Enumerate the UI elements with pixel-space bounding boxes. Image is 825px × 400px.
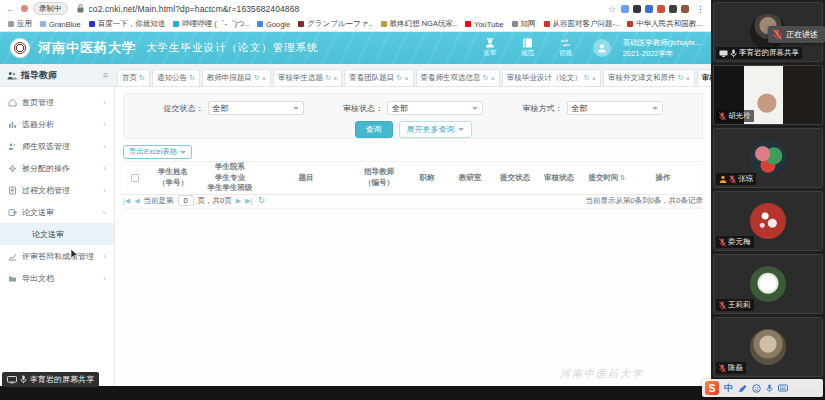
bookmark-item[interactable]: 应用 [8,19,32,29]
bookmark-item[interactable]: 从容面对客户问题-.. [544,19,620,29]
sidebar-item-process-documents[interactable]: 过程文档管理› [0,179,114,201]
extension-icon[interactable] [681,5,689,13]
bookmark-item[interactable]: 百度一下，你就知道 [89,19,166,29]
column-header[interactable]: 学生院系 学生专业 学生学生班级⇅ [199,162,261,194]
extension-icon[interactable] [645,5,653,13]
tab[interactable]: 审核外文译文和原件 ↻ × [603,69,695,86]
first-page-icon[interactable]: |◀ [123,197,130,205]
ime-mic-icon[interactable] [766,384,773,393]
column-header[interactable]: 职称⇅ [407,173,447,184]
browser-menu-icon[interactable]: ⋮ [696,4,705,14]
tab[interactable]: 查看师生双选信息 ↻ × [416,69,500,86]
column-header[interactable]: 学生姓名 （学号）⇅ [147,167,199,188]
extension-icon[interactable] [633,5,641,13]
tab-refresh-icon[interactable]: ↻ [678,74,684,82]
column-header[interactable]: 操作⇅ [633,173,693,184]
bookmark-item[interactable]: 最终幻想 NGA玩家.. [381,19,458,29]
tab[interactable]: 审核定稿 ↻ × [697,69,711,86]
tab[interactable]: 查看团队题目 ↻ × [344,69,413,86]
tab-bar: 首页 ↻ × 通知公告 ↻ × 教师申报题目 ↻ × 审核学生选题 [115,64,711,86]
sidebar-item-home[interactable]: 首页管理› [0,91,114,113]
participant-tile[interactable]: 胡光玲 [713,65,823,125]
refresh-icon[interactable]: ↻ [258,196,265,205]
bookmark-item[interactable]: YouTube [465,20,503,29]
sidebar-item-defense-grades[interactable]: 评审答辩和成绩管理› [0,245,114,267]
extension-icon[interactable] [621,5,629,13]
back-icon[interactable]: ← [6,3,16,14]
participant-tile[interactable]: 陈磊 [713,317,823,377]
bookmark-item[interactable]: グランブルーファ.. [298,19,372,29]
ime-logo[interactable]: S [705,381,719,395]
sidebar-item-assigned-operations[interactable]: 被分配的操作› [0,157,114,179]
more-query-button[interactable]: 展开更多查询 [399,121,472,138]
bookmark-item[interactable]: 知网 [512,19,536,29]
tab[interactable]: 教师申报题目 ↻ × [202,69,271,86]
filter-review-status: 审核状态： 全部 [343,101,483,115]
tab-label: 通知公告 [157,73,187,83]
tab-close-icon[interactable]: × [592,74,596,83]
column-header[interactable]: 提交时间⇅ [581,173,633,184]
tab-close-icon[interactable]: × [333,74,337,83]
sidebar-item-mutual-selection[interactable]: 师生双选管理› [0,135,114,157]
next-page-icon[interactable]: ▶ [236,197,241,205]
column-header-label: 指导教师 （编号） [364,167,394,187]
column-header[interactable]: 指导教师 （编号）⇅ [351,167,407,188]
tab[interactable]: 审核学生选题 ↻ × [273,69,342,86]
query-button[interactable]: 查询 [355,121,393,138]
extension-icon[interactable] [669,5,677,13]
bookmark-item[interactable]: 中华人民共和国教... [627,19,702,29]
tab-close-icon[interactable]: × [404,74,408,83]
column-header[interactable]: 审核状态⇅ [537,173,581,184]
participant-tile[interactable]: 娄元梅 [713,191,823,251]
sidebar-item-topic-analysis[interactable]: 选题分析› [0,113,114,135]
bookmark-item[interactable]: 哔哩哔哩 (゜-゜)つ.. [173,19,249,29]
tab-close-icon[interactable]: × [490,74,494,83]
tab[interactable]: 通知公告 ↻ × [152,69,200,86]
last-page-icon[interactable]: ▶| [245,197,252,205]
tab-refresh-icon[interactable]: ↻ [483,74,489,82]
tab-refresh-icon[interactable]: ↻ [254,74,260,82]
tab[interactable]: 审核毕业设计（论文） ↻ × [502,69,601,86]
tab-refresh-icon[interactable]: ↻ [584,74,590,82]
switch-button[interactable]: 切换 [551,38,581,58]
extension-icon[interactable] [657,5,665,13]
participant-tile[interactable]: 王莉莉 [713,254,823,314]
tab-refresh-icon[interactable]: ↻ [325,74,331,82]
mic-muted-icon [719,238,726,247]
send-review-button[interactable]: 送审 [475,38,505,58]
sidebar-subitem-thesis-review[interactable]: 论文送审 [0,223,114,245]
url-text[interactable]: co2.cnki.net/Main.html?dp=hactcm&r=16356… [89,4,603,14]
select-all-checkbox[interactable] [131,174,139,182]
user-avatar[interactable] [593,39,611,57]
sort-icon[interactable]: ⇅ [620,174,626,181]
column-header[interactable]: 教研室⇅ [447,173,493,184]
standards-button[interactable]: 规范 [513,38,543,58]
ime-emoji-icon[interactable] [752,384,761,393]
tab-refresh-icon[interactable]: ↻ [396,74,402,82]
export-excel-button[interactable]: 导出Excel表格 [123,145,192,159]
review-status-select[interactable]: 全部 [387,101,483,115]
column-header[interactable]: 提交状态⇅ [493,173,537,184]
tab-refresh-icon[interactable]: ↻ [139,74,145,82]
sidebar-item-thesis-review[interactable]: 论文送审› [0,201,114,223]
tab-refresh-icon[interactable]: ↻ [189,74,195,82]
column-header[interactable]: 题目⇅ [261,173,351,184]
tab-close-icon[interactable]: × [262,74,266,83]
bookmark-star-icon[interactable]: ☆ [608,4,616,14]
tab[interactable]: 首页 ↻ × [117,69,150,86]
review-method-select[interactable]: 全部 [567,101,663,115]
tab-close-icon[interactable]: × [685,74,689,83]
page-input[interactable] [178,195,194,206]
bookmark-item[interactable]: GranBlue [40,20,81,29]
ime-pen-icon[interactable] [738,384,747,393]
submit-status-select[interactable]: 全部 [208,101,304,115]
prev-page-icon[interactable]: ◀ [134,197,139,205]
ime-chinese-mode-icon[interactable]: 中 [724,384,733,393]
sidebar-item-export-documents[interactable]: 导出文档› [0,267,114,289]
bookmark-item[interactable]: Google [257,20,290,29]
user-info[interactable]: 基础医学教师(jichuyix... 2021-2022学年 [623,38,701,59]
participant-tile[interactable]: 张琼 [713,128,823,188]
extension-icons [621,5,689,13]
sidebar-collapse-icon[interactable]: ≡ [103,70,108,80]
ime-keyboard-icon[interactable] [778,384,788,392]
